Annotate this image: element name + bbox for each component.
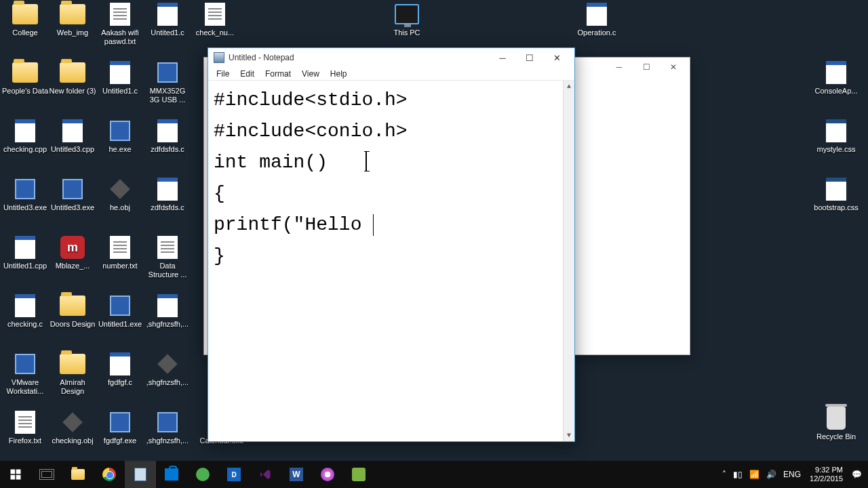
desktop-icon-doors[interactable]: Doors Design bbox=[49, 294, 96, 329]
desktop-icon-shgf-exe[interactable]: ,shgfnzsfh,... bbox=[144, 411, 191, 445]
tray-battery-icon[interactable]: ▮▯ bbox=[730, 470, 746, 479]
notepad-icon bbox=[134, 468, 146, 481]
folder-icon bbox=[71, 469, 85, 480]
desktop-icon-zdf-c[interactable]: zdfdsfds.c bbox=[144, 119, 191, 154]
desktop-icon-checking-obj[interactable]: checking.obj bbox=[49, 411, 96, 445]
vs-icon bbox=[258, 468, 272, 481]
desktop-icon-peoples-data[interactable]: People's Data bbox=[1, 61, 49, 96]
desktop-icon-untitled3-cpp[interactable]: Untitled3.cpp bbox=[49, 119, 96, 154]
desktop-icon-recycle-bin[interactable]: Recycle Bin bbox=[812, 407, 860, 441]
menu-format[interactable]: Format bbox=[260, 68, 296, 80]
desktop-icon-data-structure[interactable]: Data Structure ... bbox=[144, 236, 191, 279]
desktop-icon-mmx[interactable]: MMX352G 3G USB ... bbox=[144, 61, 191, 104]
desktop-icon-untitled1-c[interactable]: Untitled1.c bbox=[96, 61, 144, 96]
taskbar: D W ˄ ▮▯ 📶 🔊 ENG 9:32 PM 12/2/2015 💬 bbox=[0, 461, 868, 488]
taskbar-camtasia[interactable] bbox=[343, 461, 374, 488]
green-circle-icon bbox=[196, 468, 210, 481]
desktop-icon-webimg[interactable]: Web_img bbox=[49, 3, 96, 37]
desktop-icon-fgdfgf-exe[interactable]: fgdfgf.exe bbox=[96, 411, 144, 445]
taskbar-chrome[interactable] bbox=[94, 461, 125, 488]
system-tray: ˄ ▮▯ 📶 🔊 ENG 9:32 PM 12/2/2015 💬 bbox=[719, 461, 868, 488]
scroll-down-icon[interactable]: ▼ bbox=[564, 430, 574, 441]
desktop-icon-this-pc[interactable]: This PC bbox=[383, 3, 431, 37]
taskbar-word[interactable]: W bbox=[281, 461, 312, 488]
desktop-icon-newfolder3[interactable]: New folder (3) bbox=[49, 61, 96, 96]
desktop: College People's Data checking.cpp Untit… bbox=[0, 0, 868, 461]
svg-rect-1 bbox=[16, 470, 21, 474]
desktop-icon-college[interactable]: College bbox=[1, 3, 49, 37]
tray-network-icon[interactable]: 📶 bbox=[746, 470, 763, 479]
desktop-icon-fgdfgf-c[interactable]: fgdfgf.c bbox=[96, 352, 144, 387]
desktop-icon-vmware[interactable]: VMware Workstati... bbox=[1, 352, 49, 396]
camtasia-icon bbox=[352, 468, 366, 481]
menu-view[interactable]: View bbox=[296, 68, 325, 80]
desktop-icon-almirah[interactable]: Almirah Design bbox=[49, 352, 96, 396]
svg-rect-0 bbox=[11, 470, 16, 474]
itunes-icon bbox=[321, 468, 334, 481]
notepad-menubar: File Edit Format View Help bbox=[208, 67, 574, 81]
taskbar-store[interactable] bbox=[156, 461, 187, 488]
notepad-window[interactable]: Untitled - Notepad ─ ☐ ✕ File Edit Forma… bbox=[208, 47, 575, 442]
desktop-icon-bootstrap-css[interactable]: bootstrap.css bbox=[812, 178, 860, 212]
bgwin-maximize-button[interactable]: ☐ bbox=[633, 60, 660, 75]
tray-chevron-up-icon[interactable]: ˄ bbox=[719, 470, 730, 479]
taskbar-itunes[interactable] bbox=[312, 461, 343, 488]
taskview-button[interactable] bbox=[31, 461, 62, 488]
devcpp-icon: D bbox=[227, 468, 241, 481]
mouse-ibeam-cursor bbox=[366, 151, 367, 171]
notepad-titlebar[interactable]: Untitled - Notepad ─ ☐ ✕ bbox=[208, 48, 574, 67]
notepad-icon bbox=[214, 52, 224, 63]
desktop-icon-firefox-txt[interactable]: Firefox.txt bbox=[1, 411, 49, 445]
tray-language[interactable]: ENG bbox=[780, 470, 804, 479]
desktop-icon-untited1-c[interactable]: Untited1.c bbox=[144, 3, 191, 37]
svg-rect-3 bbox=[16, 475, 21, 480]
notepad-text[interactable]: #include<stdio.h> #include<conio.h> int … bbox=[208, 81, 563, 441]
desktop-icon-checknu[interactable]: check_nu... bbox=[191, 3, 239, 37]
start-button[interactable] bbox=[0, 461, 31, 488]
desktop-icon-consoleap[interactable]: ConsoleAp... bbox=[812, 61, 860, 96]
tray-clock[interactable]: 9:32 PM 12/2/2015 bbox=[804, 466, 848, 483]
desktop-icon-checking-cpp[interactable]: checking.cpp bbox=[1, 119, 49, 154]
word-icon: W bbox=[290, 468, 303, 481]
taskbar-visualstudio[interactable] bbox=[250, 461, 281, 488]
desktop-icon-untitled1-cpp[interactable]: Untitled1.cpp bbox=[1, 236, 49, 270]
menu-file[interactable]: File bbox=[211, 68, 235, 80]
desktop-icon-number-txt[interactable]: number.txt bbox=[96, 236, 144, 270]
taskbar-green-app[interactable] bbox=[187, 461, 218, 488]
text-caret bbox=[373, 214, 374, 236]
desktop-icon-mystyle-css[interactable]: mystyle.css bbox=[812, 119, 860, 154]
notepad-scrollbar[interactable]: ▲ ▼ bbox=[563, 81, 574, 441]
desktop-icon-operation-c[interactable]: Operation.c bbox=[573, 3, 620, 37]
windows-icon bbox=[9, 468, 22, 481]
tray-volume-icon[interactable]: 🔊 bbox=[763, 470, 780, 479]
taskbar-devcpp[interactable]: D bbox=[218, 461, 250, 488]
desktop-icon-shgf-c[interactable]: ,shgfnzsfh,... bbox=[144, 294, 191, 329]
tray-time: 9:32 PM bbox=[810, 466, 843, 474]
notepad-editor[interactable]: #include<stdio.h> #include<conio.h> int … bbox=[208, 81, 574, 441]
scroll-up-icon[interactable]: ▲ bbox=[564, 81, 574, 92]
desktop-icon-aakash-wifi[interactable]: Aakash wifi paswd.txt bbox=[96, 3, 144, 46]
bgwin-minimize-button[interactable]: ─ bbox=[606, 60, 633, 75]
taskview-icon bbox=[39, 469, 54, 480]
desktop-icon-untitled3-exe-2[interactable]: Untitled3.exe bbox=[49, 178, 96, 212]
desktop-icon-shgf-obj[interactable]: ,shgfnzsfh,... bbox=[144, 352, 191, 387]
desktop-icon-checking-c[interactable]: checking.c bbox=[1, 294, 49, 329]
desktop-icon-untitled1-exe[interactable]: Untitled1.exe bbox=[96, 294, 144, 329]
menu-help[interactable]: Help bbox=[325, 68, 353, 80]
desktop-icon-mblaze[interactable]: mMblaze_... bbox=[49, 236, 96, 270]
taskbar-notepad[interactable] bbox=[125, 461, 156, 488]
desktop-icon-untitled3-exe[interactable]: Untitled3.exe bbox=[1, 178, 49, 212]
store-icon bbox=[165, 468, 178, 481]
taskbar-file-explorer[interactable] bbox=[62, 461, 94, 488]
notepad-title: Untitled - Notepad bbox=[229, 53, 489, 62]
maximize-button[interactable]: ☐ bbox=[516, 49, 543, 66]
tray-action-center-icon[interactable]: 💬 bbox=[848, 470, 865, 479]
desktop-icon-he-exe[interactable]: he.exe bbox=[96, 119, 144, 154]
desktop-icon-zdf-c-2[interactable]: zdfdsfds.c bbox=[144, 178, 191, 212]
desktop-icon-he-obj[interactable]: he.obj bbox=[96, 178, 144, 212]
chrome-icon bbox=[102, 468, 116, 481]
bgwin-close-button[interactable]: ✕ bbox=[660, 60, 687, 75]
menu-edit[interactable]: Edit bbox=[235, 68, 260, 80]
close-button[interactable]: ✕ bbox=[543, 49, 570, 66]
minimize-button[interactable]: ─ bbox=[489, 49, 516, 66]
